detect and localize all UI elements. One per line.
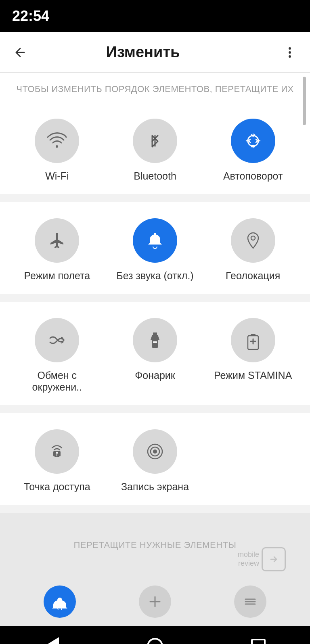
scrollbar[interactable] [303,77,306,125]
mute-icon-circle [133,218,177,263]
bell-icon [144,230,166,251]
nav-home-button[interactable] [139,630,171,644]
svg-point-2 [289,55,291,58]
tile-grid-row4: Точка доступа Запись экрана [8,417,302,505]
tile-grid-row3: Обмен с окружени.. Фонарик [8,306,302,405]
stamina-icon-circle [231,318,275,362]
svg-point-13 [153,450,157,454]
tiles-section-3: Обмен с окружени.. Фонарик [0,302,310,405]
watermark-arrow-icon [268,553,280,565]
airplane-label: Режим полета [24,270,90,282]
nav-recent-icon [251,639,266,644]
svg-rect-6 [153,341,157,343]
bluetooth-icon-circle [133,119,177,163]
hotspot-label: Точка доступа [24,481,90,493]
svg-point-10 [56,452,58,454]
hotspot-icon [46,441,68,462]
svg-rect-5 [152,340,158,348]
bottom-tile-1[interactable] [44,585,76,618]
main-content: Изменить ЧТОБЫ ИЗМЕНИТЬ ПОРЯДОК ЭЛЕМЕНТО… [0,32,310,626]
nfc-label: Обмен с окружени.. [12,370,102,393]
bottom-tile-icon-3 [242,594,258,610]
autorotate-label: Автоповорот [223,170,283,182]
more-dots-icon [283,45,297,60]
tile-airplane[interactable]: Режим полета [8,206,106,294]
tile-grid-row2: Режим полета Без звука (откл.) [8,206,302,294]
drop-zone: ПЕРЕТАЩИТЕ НУЖНЫЕ ЭЛЕМЕНТЫ mobile review [0,513,310,577]
more-options-button[interactable] [278,40,302,65]
wifi-icon-circle [35,119,79,163]
screenrecord-icon-circle [133,429,177,474]
nav-back-button[interactable] [36,630,68,644]
location-icon-circle [231,218,275,263]
mute-label: Без звука (откл.) [116,270,193,282]
flashlight-icon-circle [133,318,177,362]
tile-screenrecord[interactable]: Запись экрана [106,417,204,505]
airplane-icon [46,230,68,251]
bottom-tile-3[interactable] [234,585,266,618]
status-bar: 22:54 [0,0,310,32]
tiles-section-4: Точка доступа Запись экрана [0,413,310,505]
tile-hotspot[interactable]: Точка доступа [8,417,106,505]
bottom-tile-icon-1 [52,594,68,610]
nav-home-icon [147,638,163,644]
location-label: Геолокация [226,270,280,282]
nav-back-icon [44,637,59,644]
nfc-icon [46,329,68,351]
wifi-label: Wi-Fi [45,170,69,182]
svg-rect-8 [251,334,256,336]
instruction-text: ЧТОБЫ ИЗМЕНИТЬ ПОРЯДОК ЭЛЕМЕНТОВ, ПЕРЕТА… [0,73,310,102]
airplane-icon-circle [35,218,79,263]
bottom-tile-2[interactable] [139,585,171,618]
bluetooth-label: Bluetooth [134,170,176,182]
flashlight-icon [144,329,166,351]
tile-mute[interactable]: Без звука (откл.) [106,206,204,294]
tiles-section-1: Wi-Fi Bluetooth [0,102,310,194]
page-title: Изменить [8,44,278,61]
flashlight-label: Фонарик [135,370,175,381]
nfc-icon-circle [35,318,79,362]
stamina-label: Режим STAMINA [214,370,292,381]
svg-point-1 [289,51,291,54]
hotspot-icon-circle [35,429,79,474]
bottom-tiles [0,577,310,626]
top-bar: Изменить [0,32,310,73]
watermark: mobile review [238,547,286,571]
screenrecord-label: Запись экрана [121,481,189,493]
autorotate-icon-circle [231,119,275,163]
tile-nfc[interactable]: Обмен с окружени.. [8,306,106,405]
tile-autorotate[interactable]: Автоповорот [204,107,302,194]
tile-grid-row1: Wi-Fi Bluetooth [8,107,302,194]
tile-location[interactable]: Геолокация [204,206,302,294]
nav-recent-button[interactable] [242,630,274,644]
bluetooth-icon [144,130,166,152]
tile-stamina[interactable]: Режим STAMINA [204,306,302,405]
navigation-bar [0,626,310,644]
tile-wifi[interactable]: Wi-Fi [8,107,106,194]
tile-flashlight[interactable]: Фонарик [106,306,204,405]
location-icon [242,230,264,251]
status-time: 22:54 [12,8,49,25]
svg-point-3 [251,236,255,240]
wifi-icon [46,130,68,152]
svg-point-0 [289,47,291,50]
bottom-tile-icon-2 [147,594,163,610]
tiles-section-2: Режим полета Без звука (откл.) [0,202,310,294]
autorotate-icon [242,130,264,152]
drop-zone-text: ПЕРЕТАЩИТЕ НУЖНЫЕ ЭЛЕМЕНТЫ [73,540,236,550]
battery-plus-icon [242,329,264,351]
screenrecord-icon [144,441,166,462]
tile-bluetooth[interactable]: Bluetooth [106,107,204,194]
svg-rect-4 [153,332,157,335]
